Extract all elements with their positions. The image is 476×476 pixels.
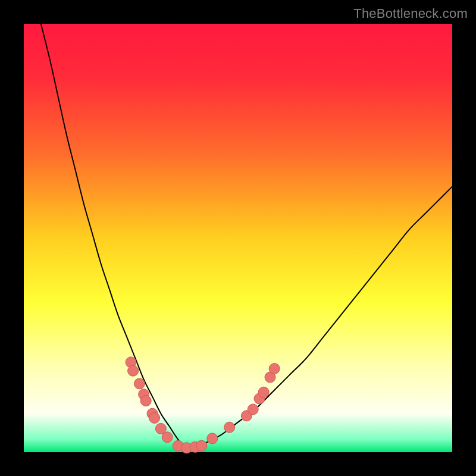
data-marker [258,387,269,397]
watermark-text: TheBottleneck.com [353,6,468,21]
curve-path [41,24,452,448]
data-marker [128,365,139,376]
data-marker [196,440,207,451]
data-marker [207,433,218,444]
data-markers [126,357,280,453]
chart-overlay [24,24,452,452]
data-marker [140,396,151,406]
data-marker [149,412,160,423]
data-marker [269,364,280,374]
bottleneck-curve [41,24,452,448]
chart-frame: TheBottleneck.com [0,0,476,476]
data-marker [134,378,145,389]
data-marker [224,422,235,433]
data-marker [162,432,173,443]
data-marker [248,404,258,415]
